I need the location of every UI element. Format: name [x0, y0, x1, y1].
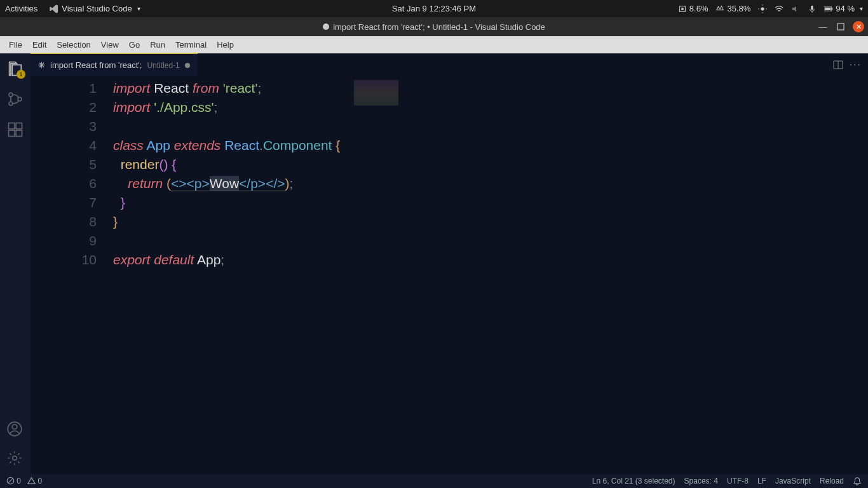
- explorer-badge: 1: [17, 70, 25, 79]
- status-bar: 0 0 Ln 6, Col 21 (3 selected) Spaces: 4 …: [0, 474, 868, 488]
- maximize-button[interactable]: [835, 21, 846, 32]
- svg-rect-18: [16, 123, 22, 129]
- battery-indicator[interactable]: 94 % ▾: [824, 4, 863, 13]
- system-top-bar: Activities Visual Studio Code ▾ Sat Jan …: [0, 0, 868, 17]
- svg-rect-17: [16, 130, 22, 136]
- svg-point-13: [9, 102, 13, 105]
- chevron-down-icon: ▾: [860, 5, 863, 12]
- editor-tabs: ✳ import React from 'react'; Untitled-1 …: [31, 53, 868, 76]
- cpu-indicator[interactable]: 8.6%: [678, 4, 709, 13]
- app-menu-label: Visual Studio Code: [62, 4, 132, 13]
- chevron-down-icon: ▾: [137, 5, 140, 12]
- editor-tab[interactable]: ✳ import React from 'react'; Untitled-1: [31, 53, 198, 76]
- status-indent[interactable]: Spaces: 4: [684, 477, 718, 485]
- menu-file[interactable]: File: [4, 40, 27, 50]
- menu-help[interactable]: Help: [212, 40, 239, 50]
- memory-icon: [715, 4, 724, 13]
- mem-indicator[interactable]: 35.8%: [715, 4, 750, 13]
- menu-terminal[interactable]: Terminal: [170, 40, 212, 50]
- menu-run[interactable]: Run: [145, 40, 170, 50]
- svg-rect-16: [9, 130, 15, 136]
- activity-bar: 1: [0, 53, 31, 474]
- cpu-value: 8.6%: [689, 4, 709, 13]
- svg-rect-1: [681, 8, 684, 10]
- error-count: 0: [17, 477, 21, 485]
- explorer-icon[interactable]: 1: [6, 60, 24, 78]
- bell-icon[interactable]: [853, 477, 862, 485]
- activities-button[interactable]: Activities: [5, 4, 37, 13]
- tab-filename: import React from 'react';: [50, 60, 142, 70]
- source-control-icon[interactable]: [6, 90, 24, 108]
- svg-point-14: [18, 97, 22, 101]
- status-language[interactable]: JavaScript: [775, 477, 811, 485]
- svg-point-2: [761, 7, 764, 10]
- status-eol[interactable]: LF: [757, 477, 766, 485]
- status-encoding[interactable]: UTF-8: [727, 477, 749, 485]
- svg-rect-11: [837, 24, 844, 30]
- mem-value: 35.8%: [727, 4, 750, 13]
- menu-edit[interactable]: Edit: [27, 40, 51, 50]
- close-button[interactable]: ✕: [853, 21, 864, 32]
- modified-dot-icon: [323, 24, 329, 30]
- mic-icon[interactable]: [808, 4, 817, 13]
- menu-view[interactable]: View: [96, 40, 124, 50]
- extensions-icon[interactable]: [6, 121, 24, 139]
- volume-icon[interactable]: [791, 4, 800, 13]
- svg-point-21: [13, 456, 17, 461]
- app-menu[interactable]: Visual Studio Code ▾: [49, 4, 140, 14]
- menu-selection[interactable]: Selection: [51, 40, 95, 50]
- wifi-icon[interactable]: [775, 4, 783, 13]
- window-title: import React from 'react'; • Untitled-1 …: [333, 22, 545, 32]
- minimize-button[interactable]: —: [817, 21, 829, 32]
- cpu-icon: [678, 4, 687, 13]
- warning-count: 0: [37, 477, 42, 485]
- clock[interactable]: Sat Jan 9 12:23:46 PM: [392, 4, 476, 13]
- minimap[interactable]: [340, 76, 403, 474]
- battery-value: 94 %: [836, 4, 855, 13]
- status-problems[interactable]: 0 0: [6, 477, 42, 485]
- accounts-icon[interactable]: [6, 421, 24, 438]
- menu-bar: FileEditSelectionViewGoRunTerminalHelp: [0, 36, 868, 53]
- code-content[interactable]: import React from 'react';import './App.…: [113, 76, 340, 474]
- window-titlebar: import React from 'react'; • Untitled-1 …: [0, 17, 868, 36]
- tab-modified-dot: [185, 63, 190, 68]
- status-cursor[interactable]: Ln 6, Col 21 (3 selected): [592, 477, 675, 485]
- more-actions-icon[interactable]: ···: [850, 59, 862, 71]
- asterisk-icon: ✳: [38, 60, 45, 70]
- svg-point-20: [12, 424, 17, 430]
- svg-point-12: [9, 93, 13, 97]
- split-editor-icon[interactable]: [833, 60, 843, 70]
- line-gutter: 12345678910: [31, 76, 113, 474]
- settings-gear-icon[interactable]: [6, 450, 24, 468]
- code-editor[interactable]: 12345678910 import React from 'react';im…: [31, 76, 868, 474]
- status-reload[interactable]: Reload: [820, 477, 844, 485]
- tab-subtitle: Untitled-1: [147, 61, 179, 70]
- svg-line-25: [8, 478, 13, 483]
- menu-go[interactable]: Go: [124, 40, 145, 50]
- battery-icon: [824, 4, 833, 13]
- editor-area: ✳ import React from 'react'; Untitled-1 …: [31, 53, 868, 474]
- svg-rect-15: [9, 123, 15, 129]
- brightness-icon[interactable]: [758, 4, 767, 13]
- svg-rect-9: [832, 8, 833, 10]
- vscode-icon: [49, 4, 59, 14]
- svg-rect-10: [825, 8, 831, 10]
- svg-rect-7: [811, 5, 814, 10]
